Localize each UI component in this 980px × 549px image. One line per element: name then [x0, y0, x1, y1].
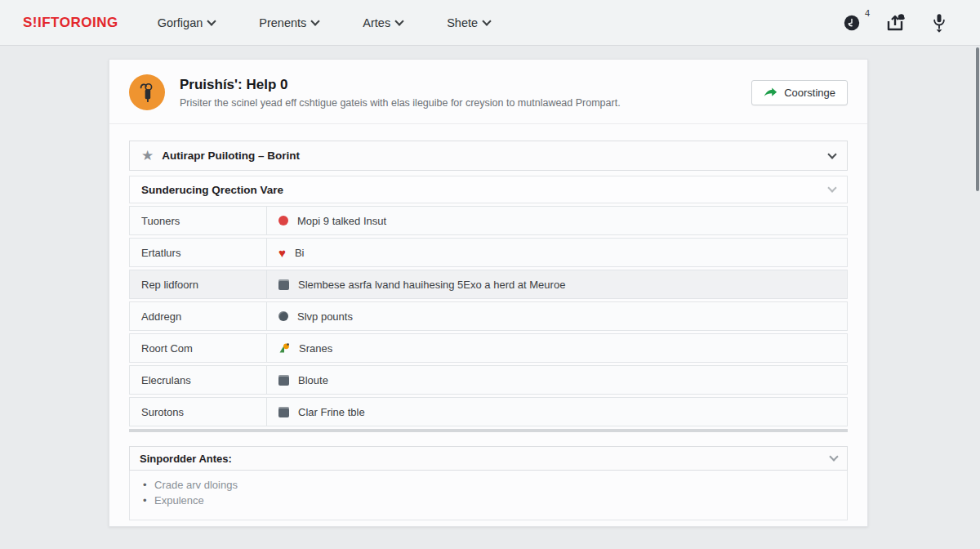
nav-item-label: Gorfigan	[158, 16, 203, 29]
microphone-app-icon	[129, 74, 165, 110]
red-dot-icon	[278, 216, 288, 225]
list-item: Expulence	[140, 494, 837, 507]
footer-section: Sinpordder Antes: Crade arv dloings Expu…	[129, 446, 848, 520]
microphone-icon[interactable]	[931, 12, 947, 33]
chevron-down-icon	[829, 452, 838, 461]
history-clock-icon[interactable]: 4	[843, 14, 861, 32]
table-bottom-edge	[129, 429, 848, 432]
panel-title: Pruishís': Help 0	[180, 77, 751, 93]
row-label: Rep lidfoorn	[130, 270, 267, 298]
table-row[interactable]: Roort Com Sranes	[129, 333, 848, 363]
accordion-title: Autirapr Puiloting – Borint	[162, 150, 829, 162]
chevron-down-icon	[311, 16, 320, 25]
row-label: Ertatlurs	[130, 239, 267, 266]
help-panel: Pruishís': Help 0 Prisiter the scinel ye…	[109, 59, 868, 527]
window-icon	[278, 407, 289, 417]
row-value: Slembese asrfa lvand hauihesing 5Exo a h…	[298, 279, 565, 291]
green-arrow-icon	[764, 87, 777, 98]
row-value-cell: ♥ Bi	[267, 239, 847, 266]
nav-item-gorfigan[interactable]: Gorfigan	[158, 16, 216, 29]
accordion-pinned[interactable]: ★ Autirapr Puiloting – Borint	[129, 141, 848, 171]
window-icon	[278, 375, 289, 386]
chevron-down-icon	[207, 16, 216, 25]
row-label: Surotons	[130, 398, 267, 426]
row-value: Bloute	[298, 374, 328, 386]
nav-item-label: Shete	[447, 16, 478, 29]
table-row-highlighted[interactable]: Rep lidfoorn Slembese asrfa lvand hauihe…	[129, 270, 848, 299]
panel-header-text: Pruishís': Help 0 Prisiter the scinel ye…	[180, 77, 751, 109]
chevron-down-icon	[827, 150, 836, 158]
row-value-cell: Mopi 9 talked Insut	[267, 207, 847, 234]
chevron-down-icon	[394, 16, 403, 25]
row-value: Mopi 9 talked Insut	[297, 215, 386, 227]
coorstinge-button[interactable]: Coorstinge	[751, 80, 848, 105]
nav-item-label: Artes	[363, 16, 390, 29]
row-value-cell: Slvp pounts	[267, 302, 847, 330]
button-label: Coorstinge	[784, 87, 835, 99]
table-row[interactable]: Tuoners Mopi 9 talked Insut	[129, 206, 848, 235]
heart-icon: ♥	[278, 247, 286, 259]
row-label: Roort Com	[130, 334, 267, 362]
page-background: Pruishís': Help 0 Prisiter the scinel ye…	[0, 46, 980, 549]
notes-list: Crade arv dloings Expulence	[140, 479, 837, 507]
panel-header: Pruishís': Help 0 Prisiter the scinel ye…	[109, 60, 867, 124]
table-row[interactable]: Ertatlurs ♥ Bi	[129, 238, 848, 267]
table-row[interactable]: Surotons Clar Frine tble	[129, 397, 848, 426]
properties-table: Tuoners Mopi 9 talked Insut Ertatlurs ♥ …	[129, 206, 848, 432]
nav-item-prenents[interactable]: Prenents	[259, 16, 318, 29]
share-upload-icon[interactable]	[885, 13, 906, 33]
row-value: Clar Frine tble	[298, 406, 365, 418]
vertical-scrollbar[interactable]	[975, 46, 980, 549]
accordion-title: Sunderucing Qrection Vare	[141, 184, 829, 196]
notification-count-badge: 4	[865, 8, 870, 18]
row-value-cell: Sranes	[267, 334, 847, 362]
footer-accordion-header[interactable]: Sinpordder Antes:	[129, 446, 848, 471]
panel-body: ★ Autirapr Puiloting – Borint Sunderucin…	[109, 124, 867, 520]
chevron-down-icon	[827, 183, 836, 192]
navbar-actions: 4	[843, 12, 947, 33]
row-value-cell: Bloute	[267, 366, 847, 394]
star-icon: ★	[141, 149, 154, 163]
row-value-cell: Clar Frine tble	[267, 398, 847, 426]
nav-item-label: Prenents	[259, 16, 306, 29]
table-row[interactable]: Addregn Slvp pounts	[129, 301, 848, 331]
row-value: Sranes	[299, 342, 332, 355]
panel-subtitle: Prisiter the scinel yead eff cshtigue ga…	[180, 97, 751, 109]
table-row[interactable]: Elecrulans Bloute	[129, 365, 848, 395]
footer-accordion-body: Crade arv dloings Expulence	[129, 471, 848, 520]
globe-icon	[278, 311, 288, 321]
chevron-down-icon	[482, 16, 491, 25]
nav-item-artes[interactable]: Artes	[363, 16, 403, 29]
scrollbar-thumb[interactable]	[976, 47, 979, 191]
row-label: Addregn	[130, 302, 267, 330]
row-label: Elecrulans	[130, 366, 267, 394]
window-icon	[278, 279, 289, 290]
accordion-main[interactable]: Sunderucing Qrection Vare	[129, 176, 848, 203]
row-value-cell: Slembese asrfa lvand hauihesing 5Exo a h…	[267, 270, 847, 298]
footer-title: Sinpordder Antes:	[140, 453, 831, 465]
top-navbar: S!IFTOROING Gorfigan Prenents Artes Shet…	[0, 0, 980, 46]
list-item: Crade arv dloings	[140, 479, 837, 491]
row-value: Slvp pounts	[297, 310, 353, 323]
nav-item-shete[interactable]: Shete	[447, 16, 490, 29]
nav-menu: Gorfigan Prenents Artes Shete	[158, 16, 843, 29]
brand-logo[interactable]: S!IFTOROING	[23, 15, 118, 31]
row-value: Bi	[295, 247, 305, 259]
themes-palette-icon	[278, 342, 290, 354]
row-label: Tuoners	[130, 207, 267, 234]
